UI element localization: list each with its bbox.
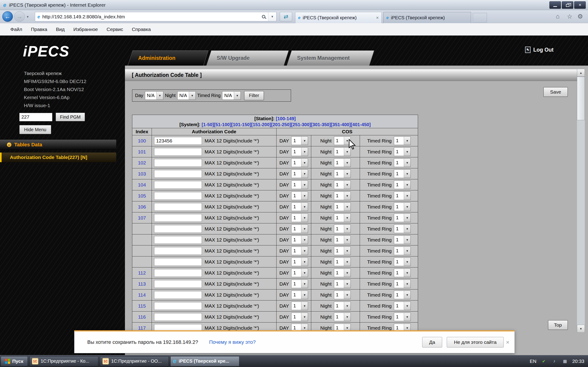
filter-button[interactable]: Filter xyxy=(244,91,264,100)
auth-code-input[interactable] xyxy=(154,269,202,277)
day-cos-select[interactable]: 1▼ xyxy=(291,313,308,321)
timed-ring-cos-select[interactable]: 1▼ xyxy=(394,302,411,310)
scroll-down-button[interactable]: ▼ xyxy=(577,325,585,333)
tab-sw-upgrade[interactable]: S/W Upgrade xyxy=(206,50,289,66)
timed-ring-cos-select[interactable]: 1▼ xyxy=(394,158,411,167)
menu-item-favorites[interactable]: Избранное xyxy=(69,27,102,32)
clock[interactable]: 20:33 xyxy=(572,359,584,364)
day-cos-select[interactable]: 1▼ xyxy=(291,181,308,189)
sidebar-section-tables-data[interactable]: ► Tables Data xyxy=(0,140,116,150)
tray-volume-icon[interactable]: ♪ xyxy=(551,358,557,365)
restore-button[interactable] xyxy=(562,1,573,9)
timed-ring-cos-select[interactable]: 1▼ xyxy=(394,192,411,200)
timed-ring-cos-select[interactable]: 1▼ xyxy=(394,181,411,189)
browser-tab-2[interactable]: e iPECS (Тверской крепеж) xyxy=(383,12,471,23)
auth-code-input[interactable] xyxy=(154,302,202,310)
taskbar-item-1c-2[interactable]: 1С 1С:Предприятие - ОО... xyxy=(100,356,169,366)
row-index-link[interactable]: 103 xyxy=(138,171,146,177)
night-cos-select[interactable]: 1▼ xyxy=(334,202,351,211)
timed-ring-cos-select[interactable]: 1▼ xyxy=(394,225,411,233)
menu-item-file[interactable]: Файл xyxy=(6,27,27,32)
auth-code-input[interactable] xyxy=(154,159,202,167)
menu-item-edit[interactable]: Правка xyxy=(27,27,52,32)
night-cos-select[interactable]: 1▼ xyxy=(334,258,351,266)
system-range-link[interactable]: [201-250] xyxy=(271,122,291,127)
system-range-link[interactable]: [151-200] xyxy=(251,122,271,127)
day-cos-select[interactable]: 1▼ xyxy=(291,302,308,310)
auth-code-input[interactable] xyxy=(154,170,202,178)
night-cos-select[interactable]: 1▼ xyxy=(334,280,351,288)
day-cos-select[interactable]: 1▼ xyxy=(291,169,308,178)
system-range-link[interactable]: [301-350] xyxy=(311,122,331,127)
night-filter-select[interactable]: N/A▼ xyxy=(177,91,196,100)
auth-code-input[interactable] xyxy=(154,214,202,222)
night-cos-select[interactable]: 1▼ xyxy=(334,181,351,189)
day-cos-select[interactable]: 1▼ xyxy=(291,148,308,156)
night-cos-select[interactable]: 1▼ xyxy=(334,313,351,321)
timed-ring-cos-select[interactable]: 1▼ xyxy=(394,148,411,156)
find-pgm-button[interactable]: Find PGM xyxy=(56,113,85,121)
tab-administration[interactable]: Administration xyxy=(128,50,208,66)
day-cos-select[interactable]: 1▼ xyxy=(291,291,308,299)
top-button[interactable]: Top xyxy=(548,320,568,330)
row-index-link[interactable]: 106 xyxy=(138,204,146,210)
start-button[interactable]: Пуск xyxy=(1,356,28,366)
timed-ring-cos-select[interactable]: 1▼ xyxy=(394,169,411,178)
system-range-link[interactable]: [251-300] xyxy=(291,122,311,127)
save-button[interactable]: Save xyxy=(544,87,568,97)
system-range-link[interactable]: [401-450] xyxy=(351,122,371,127)
day-cos-select[interactable]: 1▼ xyxy=(291,158,308,167)
hide-menu-button[interactable]: Hide Menu xyxy=(19,125,51,134)
day-cos-select[interactable]: 1▼ xyxy=(291,258,308,266)
row-index-link[interactable]: 105 xyxy=(138,193,146,199)
tab-close-icon[interactable]: × xyxy=(376,15,379,20)
auth-code-input[interactable] xyxy=(154,137,202,145)
history-dropdown-icon[interactable]: ▼ xyxy=(26,15,29,19)
timed-ring-cos-select[interactable]: 1▼ xyxy=(394,236,411,244)
row-index-link[interactable]: 115 xyxy=(138,303,146,309)
timed-ring-cos-select[interactable]: 1▼ xyxy=(394,291,411,299)
back-button[interactable]: ← xyxy=(2,11,13,22)
forward-button[interactable]: → xyxy=(14,11,25,22)
night-cos-select[interactable]: 1▼ xyxy=(334,136,351,145)
system-range-link[interactable]: [1-50] xyxy=(202,122,214,127)
pgm-number-input[interactable] xyxy=(19,113,52,121)
day-cos-select[interactable]: 1▼ xyxy=(291,247,308,255)
row-index-link[interactable]: 116 xyxy=(138,314,146,320)
menu-item-tools[interactable]: Сервис xyxy=(102,27,128,32)
system-range-link[interactable]: [101-150] xyxy=(231,122,251,127)
day-cos-select[interactable]: 1▼ xyxy=(291,136,308,145)
night-cos-select[interactable]: 1▼ xyxy=(334,148,351,156)
night-cos-select[interactable]: 1▼ xyxy=(334,236,351,244)
timed-ring-cos-select[interactable]: 1▼ xyxy=(394,247,411,255)
why-link[interactable]: Почему я вижу это? xyxy=(209,339,256,345)
scrollbar-thumb[interactable] xyxy=(577,77,585,120)
night-cos-select[interactable]: 1▼ xyxy=(334,225,351,233)
row-index-link[interactable]: 107 xyxy=(138,215,146,221)
day-cos-select[interactable]: 1▼ xyxy=(291,202,308,211)
day-cos-select[interactable]: 1▼ xyxy=(291,214,308,222)
timed-ring-cos-select[interactable]: 1▼ xyxy=(394,280,411,288)
browser-tab-1[interactable]: e iPECS (Тверской крепеж) × xyxy=(295,12,382,23)
timed-ring-cos-select[interactable]: 1▼ xyxy=(394,214,411,222)
sidebar-item-authorization-code-table[interactable]: Authorization Code Table(227) [N] xyxy=(0,152,116,162)
menu-item-help[interactable]: Справка xyxy=(128,27,155,32)
tab-system-management[interactable]: System Management xyxy=(287,50,374,66)
day-filter-select[interactable]: N/A▼ xyxy=(145,91,163,100)
row-index-link[interactable]: 100 xyxy=(138,138,146,144)
search-icon[interactable] xyxy=(262,15,265,18)
new-tab-button[interactable] xyxy=(473,13,487,23)
yes-button[interactable]: Да xyxy=(422,337,442,348)
timed-ring-cos-select[interactable]: 1▼ xyxy=(394,258,411,266)
night-cos-select[interactable]: 1▼ xyxy=(334,302,351,310)
night-cos-select[interactable]: 1▼ xyxy=(334,291,351,299)
minimize-button[interactable] xyxy=(549,1,561,9)
auth-code-input[interactable] xyxy=(154,192,202,200)
day-cos-select[interactable]: 1▼ xyxy=(291,269,308,277)
row-index-link[interactable]: 102 xyxy=(138,160,146,166)
timed-ring-cos-select[interactable]: 1▼ xyxy=(394,269,411,277)
night-cos-select[interactable]: 1▼ xyxy=(334,158,351,167)
auth-code-input[interactable] xyxy=(154,280,202,288)
night-cos-select[interactable]: 1▼ xyxy=(334,247,351,255)
row-index-link[interactable]: 101 xyxy=(138,149,146,155)
